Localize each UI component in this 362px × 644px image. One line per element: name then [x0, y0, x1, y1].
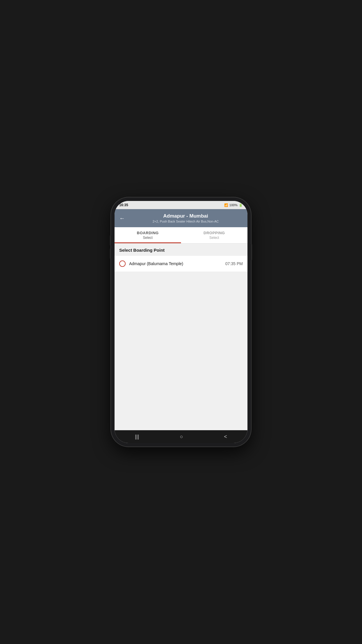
battery-icon: 🔋 [239, 203, 243, 207]
power-button[interactable] [251, 244, 252, 260]
tab-boarding-sublabel: Select [117, 236, 179, 240]
tab-dropping[interactable]: DROPPING Select [181, 227, 247, 243]
section-header: Select Boarding Point [115, 244, 247, 256]
back-button[interactable]: ← [119, 215, 125, 221]
status-time: 16:35 [119, 203, 128, 207]
boarding-point-item[interactable]: Admapur (Balumama Temple) 07:35 PM [115, 256, 247, 272]
volume-up-button[interactable] [110, 235, 111, 246]
content-area: Select Boarding Point Admapur (Balumama … [115, 244, 247, 430]
phone-frame: 16:35 📶 100% 🔋 ← Admapur - Mumbai 2+2, P… [111, 197, 251, 447]
nav-home-button[interactable]: ○ [174, 431, 189, 442]
header-title: Admapur - Mumbai [129, 213, 243, 219]
status-bar: 16:35 📶 100% 🔋 [115, 201, 247, 209]
tab-boarding[interactable]: BOARDING Select [115, 227, 181, 243]
boarding-point-name: Admapur (Balumama Temple) [129, 261, 225, 266]
boarding-list: Admapur (Balumama Temple) 07:35 PM [115, 256, 247, 272]
bottom-nav: ||| ○ < [115, 430, 247, 443]
section-title: Select Boarding Point [119, 248, 165, 253]
app-header: ← Admapur - Mumbai 2+2, Push Back Seater… [115, 209, 247, 227]
tab-dropping-sublabel: Select [183, 236, 245, 240]
header-text-block: Admapur - Mumbai 2+2, Push Back Seater H… [129, 213, 243, 223]
phone-screen: 16:35 📶 100% 🔋 ← Admapur - Mumbai 2+2, P… [115, 201, 247, 443]
header-subtitle: 2+2, Push Back Seater Hitech Air Bus,Non… [129, 220, 243, 223]
nav-menu-button[interactable]: ||| [129, 431, 145, 442]
wifi-icon: 📶 [224, 203, 228, 207]
tab-dropping-label: DROPPING [183, 231, 245, 235]
volume-down-button[interactable] [110, 249, 111, 259]
boarding-point-time: 07:35 PM [225, 261, 243, 266]
tab-boarding-label: BOARDING [117, 231, 179, 235]
tabs-container: BOARDING Select DROPPING Select [115, 227, 247, 244]
status-icons: 📶 100% 🔋 [224, 203, 243, 207]
nav-back-button[interactable]: < [218, 431, 233, 442]
radio-button-icon[interactable] [119, 260, 126, 267]
battery-label: 100% [229, 203, 238, 207]
